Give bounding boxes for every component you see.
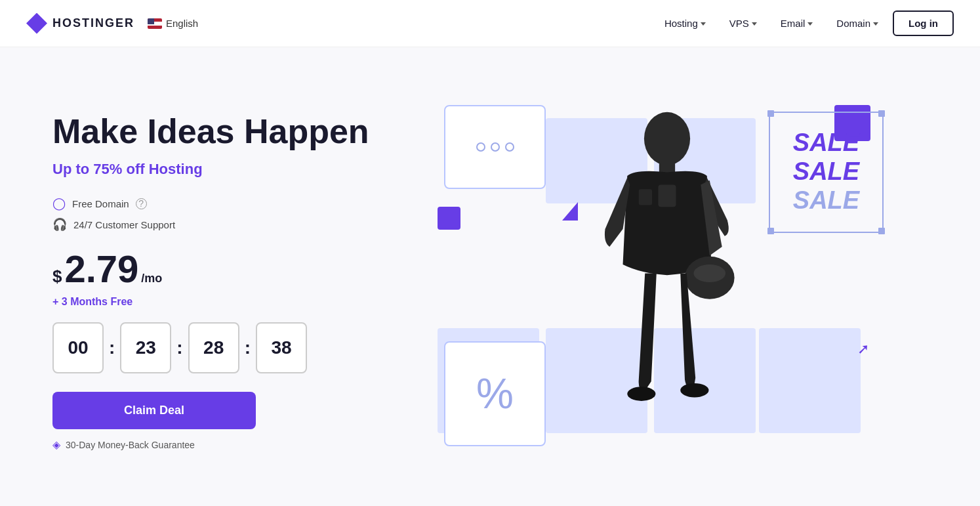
- svg-rect-7: [639, 189, 652, 205]
- svg-point-5: [680, 383, 708, 397]
- navbar: HOSTINGER English Hosting VPS Email Doma…: [0, 0, 980, 47]
- corner-tl: [767, 110, 774, 117]
- bonus-text: + 3 Months Free: [52, 296, 380, 308]
- hero-title: Make Ideas Happen: [52, 113, 380, 150]
- feature-support: 🎧 24/7 Customer Support: [52, 217, 380, 232]
- hero-content: Make Ideas Happen Up to 75% off Hosting …: [52, 113, 380, 451]
- feature-list: ◯ Free Domain ? 🎧 24/7 Customer Support: [52, 196, 380, 232]
- percent-card: %: [444, 341, 546, 446]
- feature-support-text: 24/7 Customer Support: [73, 219, 175, 230]
- globe-icon: ◯: [52, 196, 66, 211]
- corner-br: [878, 228, 885, 234]
- headset-icon: 🎧: [52, 217, 67, 232]
- browser-dots: [476, 142, 514, 152]
- svg-point-3: [694, 264, 726, 282]
- sale-text-3: SALE: [793, 187, 859, 215]
- brand-name: HOSTINGER: [52, 16, 134, 30]
- price-line: $ 2.79 /mo: [52, 250, 380, 288]
- svg-point-4: [627, 387, 655, 401]
- chevron-down-icon: [873, 22, 878, 26]
- deco-square-small-dark: [438, 207, 460, 230]
- person-graphic: [569, 98, 766, 466]
- feature-domain-text: Free Domain: [72, 198, 129, 209]
- sale-text-2: SALE: [793, 158, 859, 186]
- navbar-right: Hosting VPS Email Domain Log in: [655, 11, 954, 36]
- price-block: $ 2.79 /mo: [52, 250, 380, 288]
- guarantee-text: ◈ 30-Day Money-Back Guarantee: [52, 438, 380, 451]
- hero-graphic-area: % SALE SALE SALE ➚: [380, 79, 941, 486]
- browser-dot-2: [491, 142, 500, 152]
- person-svg: [575, 105, 759, 459]
- sale-text-1: SALE: [793, 129, 859, 157]
- shield-icon: ◈: [52, 438, 60, 451]
- browser-dot-1: [476, 142, 485, 152]
- logo[interactable]: HOSTINGER: [26, 13, 134, 34]
- percent-symbol: %: [476, 373, 514, 415]
- hero-section: Make Ideas Happen Up to 75% off Hosting …: [0, 47, 980, 503]
- sale-box: SALE SALE SALE: [769, 112, 884, 233]
- flag-icon: [148, 18, 162, 29]
- nav-email[interactable]: Email: [771, 12, 823, 34]
- svg-rect-6: [659, 184, 676, 207]
- svg-point-0: [644, 112, 690, 165]
- price-main: 2.79: [64, 250, 138, 288]
- language-label: English: [166, 18, 198, 29]
- subtitle-prefix: Up to: [52, 161, 93, 177]
- nav-email-label: Email: [781, 18, 806, 29]
- countdown-hours: 00: [52, 322, 104, 373]
- browser-card: [444, 105, 546, 189]
- corner-bl: [767, 228, 774, 234]
- price-mo: /mo: [141, 272, 162, 285]
- navbar-left: HOSTINGER English: [26, 13, 198, 34]
- subtitle-suffix: off Hosting: [122, 161, 202, 177]
- chevron-down-icon: [752, 22, 757, 26]
- countdown-timer: 00 : 23 : 28 : 38: [52, 322, 380, 373]
- login-button[interactable]: Log in: [893, 11, 954, 36]
- hero-subtitle: Up to 75% off Hosting: [52, 161, 380, 178]
- feature-domain: ◯ Free Domain ?: [52, 196, 380, 211]
- guarantee-label: 30-Day Money-Back Guarantee: [66, 440, 195, 450]
- countdown-sep-2: :: [176, 337, 182, 358]
- nav-vps[interactable]: VPS: [720, 12, 766, 34]
- info-icon: ?: [136, 198, 147, 209]
- countdown-sep-3: :: [245, 337, 251, 358]
- chevron-down-icon: [807, 22, 813, 26]
- hero-graphic: % SALE SALE SALE ➚: [438, 92, 884, 473]
- price-dollar: $: [52, 266, 62, 287]
- claim-deal-button[interactable]: Claim Deal: [52, 392, 256, 429]
- cursor-icon: ➚: [857, 341, 869, 358]
- corner-tr: [878, 110, 885, 117]
- nav-vps-label: VPS: [729, 18, 749, 29]
- countdown-sep-1: :: [109, 337, 115, 358]
- browser-dot-3: [505, 142, 514, 152]
- nav-domain[interactable]: Domain: [827, 12, 888, 34]
- countdown-fraction: 38: [256, 322, 307, 373]
- deco-sq-bottom-4: [759, 328, 861, 433]
- nav-domain-label: Domain: [836, 18, 870, 29]
- language-selector[interactable]: English: [148, 18, 198, 29]
- nav-hosting[interactable]: Hosting: [655, 12, 715, 34]
- logo-icon: [26, 13, 47, 34]
- nav-hosting-label: Hosting: [664, 18, 698, 29]
- countdown-seconds: 28: [188, 322, 239, 373]
- discount-text: 75%: [93, 161, 122, 177]
- chevron-down-icon: [701, 22, 706, 26]
- countdown-minutes: 23: [120, 322, 171, 373]
